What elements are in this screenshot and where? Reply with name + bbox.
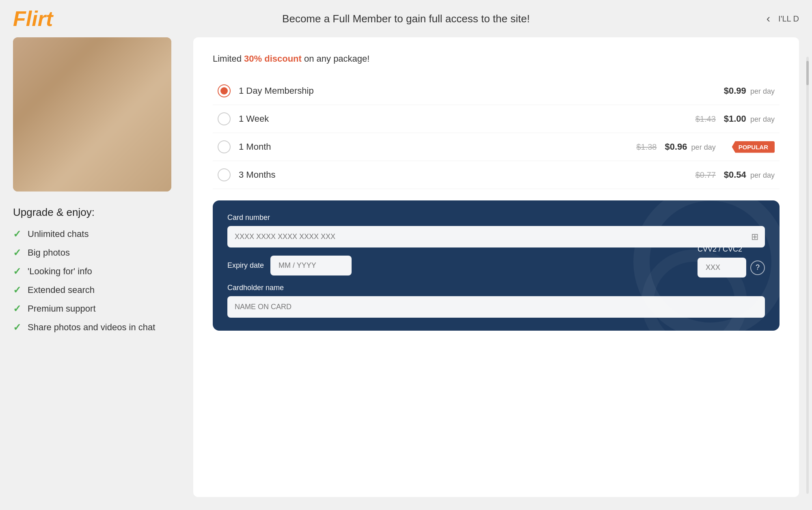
cardholder-input[interactable] [227, 296, 765, 318]
feature-share-photos: ✓ Share photos and videos in chat [13, 322, 184, 333]
expiry-input[interactable] [270, 256, 352, 275]
feature-unlimited-chats: ✓ Unlimited chats [13, 228, 184, 240]
card-input-wrapper: ⊞ [227, 226, 765, 247]
radio-inner-1day [220, 87, 228, 95]
radio-1week[interactable] [218, 112, 231, 125]
plan-old-price-3months: $0.77 [695, 170, 716, 180]
feature-premium-support: ✓ Premium support [13, 303, 184, 314]
features-list: ✓ Unlimited chats ✓ Big photos ✓ 'Lookin… [13, 228, 184, 333]
plan-new-price-3months: $0.54 per day [724, 170, 775, 180]
popular-badge: POPULAR [732, 141, 775, 153]
cardholder-group: Cardholder name [227, 284, 765, 318]
plan-old-price-1week: $1.43 [695, 114, 716, 124]
check-icon: ✓ [13, 284, 21, 296]
logo-rest: lirt [26, 7, 53, 30]
header-actions: ‹ I'LL D [763, 11, 799, 27]
discount-suffix: on any package! [302, 54, 370, 64]
check-icon: ✓ [13, 266, 21, 277]
plan-new-price-1day: $0.99 per day [724, 86, 775, 96]
discount-highlight: 30% discount [244, 54, 302, 64]
check-icon: ✓ [13, 303, 21, 314]
help-icon[interactable]: ? [750, 260, 765, 275]
card-icon: ⊞ [751, 232, 758, 242]
plan-prices-1week: $1.43 $1.00 per day [695, 114, 775, 124]
logo-letter-f: F [13, 7, 26, 30]
plan-new-price-1month: $0.96 per day [665, 142, 715, 152]
logo: Flirt [13, 6, 53, 31]
feature-looking-for: ✓ 'Looking for' info [13, 266, 184, 277]
right-panel: Limited 30% discount on any package! 1 D… [193, 37, 799, 497]
plan-per-3months: per day [750, 171, 775, 179]
cardholder-label: Cardholder name [227, 284, 284, 292]
plan-prices-3months: $0.77 $0.54 per day [695, 170, 775, 180]
card-number-input[interactable] [227, 226, 765, 247]
plan-prices-1day: $0.99 per day [724, 86, 775, 96]
main-content: Upgrade & enjoy: ✓ Unlimited chats ✓ Big… [0, 37, 812, 510]
ill-decide-button[interactable]: I'LL D [778, 14, 799, 24]
discount-banner: Limited 30% discount on any package! [213, 54, 780, 64]
check-icon: ✓ [13, 228, 21, 240]
plan-per-1day: per day [750, 87, 775, 95]
cvv-label: CVV2 / CVC2 [698, 245, 765, 254]
avatar [13, 37, 171, 192]
expiry-row: Expiry date [227, 256, 765, 275]
plan-per-1month: per day [691, 143, 716, 151]
plan-name-1day: 1 Day Membership [239, 86, 328, 96]
check-icon: ✓ [13, 322, 21, 333]
plan-prices-1month: $1.38 $0.96 per day POPULAR [636, 141, 775, 153]
back-button[interactable]: ‹ [763, 11, 773, 27]
plan-3months[interactable]: 3 Months $0.77 $0.54 per day [213, 161, 780, 189]
cvv-section: CVV2 / CVC2 ? [698, 245, 765, 278]
feature-label: Big photos [28, 247, 70, 258]
upgrade-title: Upgrade & enjoy: [13, 206, 184, 219]
left-panel: Upgrade & enjoy: ✓ Unlimited chats ✓ Big… [13, 37, 184, 497]
check-icon: ✓ [13, 247, 21, 258]
radio-1month[interactable] [218, 140, 231, 153]
plan-name-3months: 3 Months [239, 170, 328, 180]
card-number-label: Card number [227, 213, 765, 222]
plan-name-1week: 1 Week [239, 114, 328, 124]
radio-1day[interactable] [218, 84, 231, 97]
card-form: Card number ⊞ Expiry date CVV2 / CVC2 ? … [213, 200, 780, 331]
scrollbar-track [806, 57, 809, 494]
feature-label: Unlimited chats [28, 229, 89, 239]
radio-3months[interactable] [218, 168, 231, 181]
plan-name-1month: 1 Month [239, 142, 328, 152]
plan-1week[interactable]: 1 Week $1.43 $1.00 per day [213, 105, 780, 133]
plan-old-price-1month: $1.38 [636, 142, 657, 152]
cvv-input[interactable] [698, 258, 746, 278]
expiry-label: Expiry date [227, 261, 264, 270]
discount-prefix: Limited [213, 54, 244, 64]
feature-big-photos: ✓ Big photos [13, 247, 184, 258]
plan-new-price-1week: $1.00 per day [724, 114, 775, 124]
feature-label: Extended search [28, 285, 95, 295]
plan-1month[interactable]: 1 Month $1.38 $0.96 per day POPULAR [213, 133, 780, 161]
plan-1day[interactable]: 1 Day Membership $0.99 per day [213, 77, 780, 105]
page-title: Become a Full Member to gain full access… [282, 13, 530, 25]
feature-label: Share photos and videos in chat [28, 322, 155, 333]
plan-per-1week: per day [750, 115, 775, 123]
feature-label: Premium support [28, 303, 96, 314]
feature-extended-search: ✓ Extended search [13, 284, 184, 296]
card-number-group: Card number ⊞ [227, 213, 765, 247]
header: Flirt Become a Full Member to gain full … [0, 0, 812, 37]
cvv-input-row: ? [698, 258, 765, 278]
scrollbar-thumb[interactable] [806, 61, 809, 85]
feature-label: 'Looking for' info [28, 266, 92, 277]
avatar-image [13, 37, 171, 192]
